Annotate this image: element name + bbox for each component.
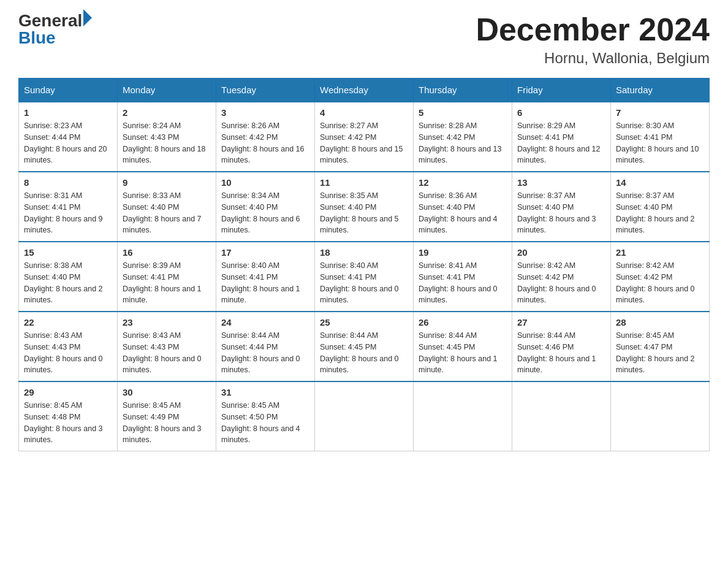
calendar-cell: 30 Sunrise: 8:45 AM Sunset: 4:49 PM Dayl… [118, 381, 216, 451]
day-info: Sunrise: 8:27 AM Sunset: 4:42 PM Dayligh… [320, 120, 408, 166]
calendar-cell [611, 381, 710, 451]
calendar-cell: 18 Sunrise: 8:40 AM Sunset: 4:41 PM Dayl… [315, 242, 414, 312]
week-row-5: 29 Sunrise: 8:45 AM Sunset: 4:48 PM Dayl… [19, 381, 710, 451]
calendar-cell: 20 Sunrise: 8:42 AM Sunset: 4:42 PM Dayl… [512, 242, 611, 312]
day-number: 18 [320, 247, 408, 258]
logo-general: General [18, 12, 82, 29]
day-info: Sunrise: 8:37 AM Sunset: 4:40 PM Dayligh… [517, 190, 605, 236]
day-info: Sunrise: 8:45 AM Sunset: 4:48 PM Dayligh… [24, 400, 112, 446]
day-info: Sunrise: 8:33 AM Sunset: 4:40 PM Dayligh… [123, 190, 211, 236]
day-number: 13 [517, 177, 605, 188]
calendar-cell: 10 Sunrise: 8:34 AM Sunset: 4:40 PM Dayl… [216, 172, 315, 242]
day-info: Sunrise: 8:35 AM Sunset: 4:40 PM Dayligh… [320, 190, 408, 236]
calendar-cell: 24 Sunrise: 8:44 AM Sunset: 4:44 PM Dayl… [216, 312, 315, 381]
calendar-cell: 28 Sunrise: 8:45 AM Sunset: 4:47 PM Dayl… [611, 312, 710, 381]
calendar-cell: 14 Sunrise: 8:37 AM Sunset: 4:40 PM Dayl… [611, 172, 710, 242]
day-info: Sunrise: 8:38 AM Sunset: 4:40 PM Dayligh… [24, 260, 112, 306]
logo-triangle-icon [83, 9, 92, 26]
day-info: Sunrise: 8:45 AM Sunset: 4:49 PM Dayligh… [123, 400, 211, 446]
day-info: Sunrise: 8:36 AM Sunset: 4:40 PM Dayligh… [419, 190, 507, 236]
calendar-cell: 17 Sunrise: 8:40 AM Sunset: 4:41 PM Dayl… [216, 242, 315, 312]
header-thursday: Thursday [414, 79, 512, 102]
calendar-subtitle: Hornu, Wallonia, Belgium [476, 50, 710, 67]
day-number: 28 [616, 317, 704, 327]
calendar-title: December 2024 [476, 12, 710, 47]
day-number: 10 [221, 177, 309, 188]
day-number: 11 [320, 177, 408, 188]
calendar-cell: 2 Sunrise: 8:24 AM Sunset: 4:43 PM Dayli… [118, 102, 216, 172]
day-info: Sunrise: 8:44 AM Sunset: 4:44 PM Dayligh… [221, 330, 309, 376]
day-info: Sunrise: 8:41 AM Sunset: 4:41 PM Dayligh… [419, 260, 507, 306]
day-info: Sunrise: 8:44 AM Sunset: 4:45 PM Dayligh… [320, 330, 408, 376]
header-saturday: Saturday [611, 79, 710, 102]
calendar-cell: 4 Sunrise: 8:27 AM Sunset: 4:42 PM Dayli… [315, 102, 414, 172]
calendar-cell: 9 Sunrise: 8:33 AM Sunset: 4:40 PM Dayli… [118, 172, 216, 242]
day-number: 16 [123, 247, 211, 258]
calendar-cell: 27 Sunrise: 8:44 AM Sunset: 4:46 PM Dayl… [512, 312, 611, 381]
day-info: Sunrise: 8:43 AM Sunset: 4:43 PM Dayligh… [123, 330, 211, 376]
day-number: 24 [221, 317, 309, 327]
calendar-cell [512, 381, 611, 451]
logo-blue: Blue [18, 29, 92, 47]
day-info: Sunrise: 8:45 AM Sunset: 4:47 PM Dayligh… [616, 330, 704, 376]
calendar-header-row: SundayMondayTuesdayWednesdayThursdayFrid… [19, 79, 710, 102]
day-number: 7 [616, 107, 704, 118]
day-info: Sunrise: 8:39 AM Sunset: 4:41 PM Dayligh… [123, 260, 211, 306]
day-number: 31 [221, 387, 309, 397]
calendar-cell: 31 Sunrise: 8:45 AM Sunset: 4:50 PM Dayl… [216, 381, 315, 451]
calendar-cell: 13 Sunrise: 8:37 AM Sunset: 4:40 PM Dayl… [512, 172, 611, 242]
calendar-cell: 26 Sunrise: 8:44 AM Sunset: 4:45 PM Dayl… [414, 312, 512, 381]
calendar-cell [414, 381, 512, 451]
day-number: 8 [24, 177, 112, 188]
day-info: Sunrise: 8:42 AM Sunset: 4:42 PM Dayligh… [517, 260, 605, 306]
calendar-cell: 11 Sunrise: 8:35 AM Sunset: 4:40 PM Dayl… [315, 172, 414, 242]
calendar-cell: 23 Sunrise: 8:43 AM Sunset: 4:43 PM Dayl… [118, 312, 216, 381]
calendar-cell: 3 Sunrise: 8:26 AM Sunset: 4:42 PM Dayli… [216, 102, 315, 172]
day-number: 2 [123, 107, 211, 118]
title-section: December 2024 Hornu, Wallonia, Belgium [476, 12, 710, 67]
day-info: Sunrise: 8:40 AM Sunset: 4:41 PM Dayligh… [221, 260, 309, 306]
header-sunday: Sunday [19, 79, 118, 102]
day-number: 25 [320, 317, 408, 327]
day-info: Sunrise: 8:44 AM Sunset: 4:45 PM Dayligh… [419, 330, 507, 376]
header-wednesday: Wednesday [315, 79, 414, 102]
calendar-table: SundayMondayTuesdayWednesdayThursdayFrid… [18, 78, 710, 451]
day-number: 5 [419, 107, 507, 118]
day-number: 4 [320, 107, 408, 118]
header-tuesday: Tuesday [216, 79, 315, 102]
day-number: 1 [24, 107, 112, 118]
day-number: 15 [24, 247, 112, 258]
calendar-cell: 16 Sunrise: 8:39 AM Sunset: 4:41 PM Dayl… [118, 242, 216, 312]
logo: General Blue [18, 12, 92, 47]
day-number: 20 [517, 247, 605, 258]
day-number: 22 [24, 317, 112, 327]
calendar-cell: 25 Sunrise: 8:44 AM Sunset: 4:45 PM Dayl… [315, 312, 414, 381]
day-info: Sunrise: 8:24 AM Sunset: 4:43 PM Dayligh… [123, 120, 211, 166]
day-info: Sunrise: 8:45 AM Sunset: 4:50 PM Dayligh… [221, 400, 309, 446]
day-info: Sunrise: 8:23 AM Sunset: 4:44 PM Dayligh… [24, 120, 112, 166]
calendar-cell: 5 Sunrise: 8:28 AM Sunset: 4:42 PM Dayli… [414, 102, 512, 172]
header-monday: Monday [118, 79, 216, 102]
calendar-cell: 29 Sunrise: 8:45 AM Sunset: 4:48 PM Dayl… [19, 381, 118, 451]
day-info: Sunrise: 8:31 AM Sunset: 4:41 PM Dayligh… [24, 190, 112, 236]
calendar-cell: 19 Sunrise: 8:41 AM Sunset: 4:41 PM Dayl… [414, 242, 512, 312]
day-info: Sunrise: 8:42 AM Sunset: 4:42 PM Dayligh… [616, 260, 704, 306]
day-info: Sunrise: 8:40 AM Sunset: 4:41 PM Dayligh… [320, 260, 408, 306]
calendar-cell: 22 Sunrise: 8:43 AM Sunset: 4:43 PM Dayl… [19, 312, 118, 381]
week-row-2: 8 Sunrise: 8:31 AM Sunset: 4:41 PM Dayli… [19, 172, 710, 242]
calendar-cell: 15 Sunrise: 8:38 AM Sunset: 4:40 PM Dayl… [19, 242, 118, 312]
page-header: General Blue December 2024 Hornu, Wallon… [18, 12, 710, 67]
day-number: 23 [123, 317, 211, 327]
day-number: 29 [24, 387, 112, 397]
day-info: Sunrise: 8:34 AM Sunset: 4:40 PM Dayligh… [221, 190, 309, 236]
day-number: 21 [616, 247, 704, 258]
calendar-cell: 8 Sunrise: 8:31 AM Sunset: 4:41 PM Dayli… [19, 172, 118, 242]
day-number: 26 [419, 317, 507, 327]
week-row-4: 22 Sunrise: 8:43 AM Sunset: 4:43 PM Dayl… [19, 312, 710, 381]
day-info: Sunrise: 8:37 AM Sunset: 4:40 PM Dayligh… [616, 190, 704, 236]
day-info: Sunrise: 8:43 AM Sunset: 4:43 PM Dayligh… [24, 330, 112, 376]
calendar-cell: 1 Sunrise: 8:23 AM Sunset: 4:44 PM Dayli… [19, 102, 118, 172]
day-info: Sunrise: 8:26 AM Sunset: 4:42 PM Dayligh… [221, 120, 309, 166]
day-number: 30 [123, 387, 211, 397]
calendar-cell: 21 Sunrise: 8:42 AM Sunset: 4:42 PM Dayl… [611, 242, 710, 312]
